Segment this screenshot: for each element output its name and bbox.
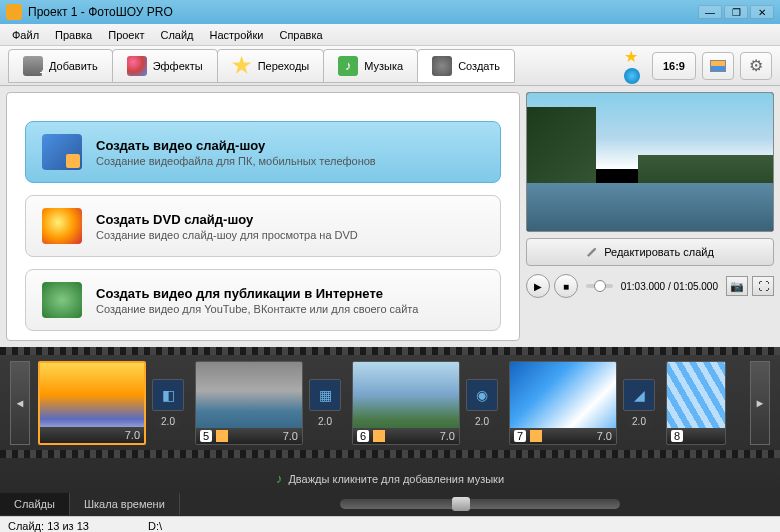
create-panel: Создать видео слайд-шоуСоздание видеофай… bbox=[6, 92, 520, 341]
tab-music[interactable]: Музыка bbox=[323, 49, 418, 83]
option-desc: Создание видео для YouTube, ВКонтакте ил… bbox=[96, 303, 418, 315]
transition-icon: ◧ bbox=[152, 379, 184, 411]
option-internet-video[interactable]: Создать видео для публикации в Интернете… bbox=[25, 269, 501, 331]
menubar: Файл Правка Проект Слайд Настройки Справ… bbox=[0, 24, 780, 46]
display-icon bbox=[710, 60, 726, 72]
option-video-slideshow[interactable]: Создать видео слайд-шоуСоздание видеофай… bbox=[25, 121, 501, 183]
zoom-slider[interactable] bbox=[340, 499, 620, 509]
pencil-icon bbox=[373, 430, 385, 442]
time-display: 01:03.000 / 01:05.000 bbox=[621, 281, 718, 292]
transition-icon: ▦ bbox=[309, 379, 341, 411]
option-desc: Создание видео слайд-шоу для просмотра н… bbox=[96, 229, 358, 241]
snapshot-button[interactable]: 📷 bbox=[726, 276, 748, 296]
transition-icon: ◢ bbox=[623, 379, 655, 411]
globe-icon[interactable] bbox=[624, 68, 640, 84]
timeline-prev-button[interactable]: ◄ bbox=[10, 361, 30, 445]
favorite-icon[interactable]: ★ bbox=[624, 47, 640, 66]
transition-item[interactable]: ◧2.0 bbox=[149, 361, 187, 445]
slide-thumbnail[interactable]: 8 bbox=[666, 361, 726, 445]
play-button[interactable]: ▶ bbox=[526, 274, 550, 298]
star-icon bbox=[232, 56, 252, 76]
project-path: D:\ bbox=[148, 520, 162, 532]
tab-add[interactable]: Добавить bbox=[8, 49, 113, 83]
timeline-tabs: Слайды Шкала времени bbox=[0, 492, 780, 516]
tab-slides-view[interactable]: Слайды bbox=[0, 493, 70, 515]
fullscreen-button[interactable]: ⛶ bbox=[752, 276, 774, 296]
settings-button[interactable]: ⚙ bbox=[740, 52, 772, 80]
tab-timescale-view[interactable]: Шкала времени bbox=[70, 493, 180, 515]
minimize-button[interactable]: — bbox=[698, 5, 722, 19]
titlebar: Проект 1 - ФотоШОУ PRO — ❐ ✕ bbox=[0, 0, 780, 24]
menu-edit[interactable]: Правка bbox=[47, 26, 100, 44]
preview-viewport[interactable] bbox=[526, 92, 774, 232]
option-title: Создать DVD слайд-шоу bbox=[96, 212, 358, 227]
preview-panel: Редактировать слайд ▶ ■ 01:03.000 / 01:0… bbox=[526, 92, 774, 341]
pencil-icon bbox=[530, 430, 542, 442]
music-icon bbox=[338, 56, 358, 76]
app-icon bbox=[6, 4, 22, 20]
transition-item[interactable]: ▦2.0 bbox=[306, 361, 344, 445]
option-title: Создать видео для публикации в Интернете bbox=[96, 286, 418, 301]
tab-create[interactable]: Создать bbox=[417, 49, 515, 83]
display-mode-button[interactable] bbox=[702, 52, 734, 80]
time-slider[interactable] bbox=[586, 284, 613, 288]
edit-slide-button[interactable]: Редактировать слайд bbox=[526, 238, 774, 266]
transition-item[interactable]: ◢2.0 bbox=[620, 361, 658, 445]
slide-count: Слайд: 13 из 13 bbox=[8, 520, 148, 532]
close-button[interactable]: ✕ bbox=[750, 5, 774, 19]
option-title: Создать видео слайд-шоу bbox=[96, 138, 376, 153]
reel-icon bbox=[432, 56, 452, 76]
pencil-icon bbox=[584, 244, 601, 261]
dvd-icon bbox=[42, 208, 82, 244]
statusbar: Слайд: 13 из 13 D:\ bbox=[0, 516, 780, 532]
maximize-button[interactable]: ❐ bbox=[724, 5, 748, 19]
tab-transitions[interactable]: Переходы bbox=[217, 49, 325, 83]
aspect-ratio-button[interactable]: 16:9 bbox=[652, 52, 696, 80]
slide-thumbnail[interactable]: 7.0 bbox=[38, 361, 146, 445]
video-icon bbox=[42, 134, 82, 170]
window-title: Проект 1 - ФотоШОУ PRO bbox=[28, 5, 698, 19]
timeline-next-button[interactable]: ► bbox=[750, 361, 770, 445]
slide-thumbnail[interactable]: 57.0 bbox=[195, 361, 303, 445]
slide-thumbnail[interactable]: 77.0 bbox=[509, 361, 617, 445]
menu-help[interactable]: Справка bbox=[271, 26, 330, 44]
option-desc: Создание видеофайла для ПК, мобильных те… bbox=[96, 155, 376, 167]
toolbar: Добавить Эффекты Переходы Музыка Создать… bbox=[0, 46, 780, 86]
menu-project[interactable]: Проект bbox=[100, 26, 152, 44]
menu-file[interactable]: Файл bbox=[4, 26, 47, 44]
music-track-hint[interactable]: ♪Дважды кликните для добавления музыки bbox=[0, 471, 780, 486]
palette-icon bbox=[127, 56, 147, 76]
slide-thumbnail[interactable]: 67.0 bbox=[352, 361, 460, 445]
camera-icon bbox=[23, 56, 43, 76]
gear-icon: ⚙ bbox=[749, 56, 763, 75]
menu-slide[interactable]: Слайд bbox=[152, 26, 201, 44]
tab-effects[interactable]: Эффекты bbox=[112, 49, 218, 83]
timeline: ◄ 7.0 ◧2.0 57.0 ▦2.0 67.0 ◉2.0 77.0 ◢2.0… bbox=[0, 347, 780, 492]
transition-icon: ◉ bbox=[466, 379, 498, 411]
transition-item[interactable]: ◉2.0 bbox=[463, 361, 501, 445]
pencil-icon bbox=[216, 430, 228, 442]
stop-button[interactable]: ■ bbox=[554, 274, 578, 298]
globe-icon bbox=[42, 282, 82, 318]
menu-settings[interactable]: Настройки bbox=[202, 26, 272, 44]
note-icon: ♪ bbox=[276, 471, 283, 486]
option-dvd-slideshow[interactable]: Создать DVD слайд-шоуСоздание видео слай… bbox=[25, 195, 501, 257]
